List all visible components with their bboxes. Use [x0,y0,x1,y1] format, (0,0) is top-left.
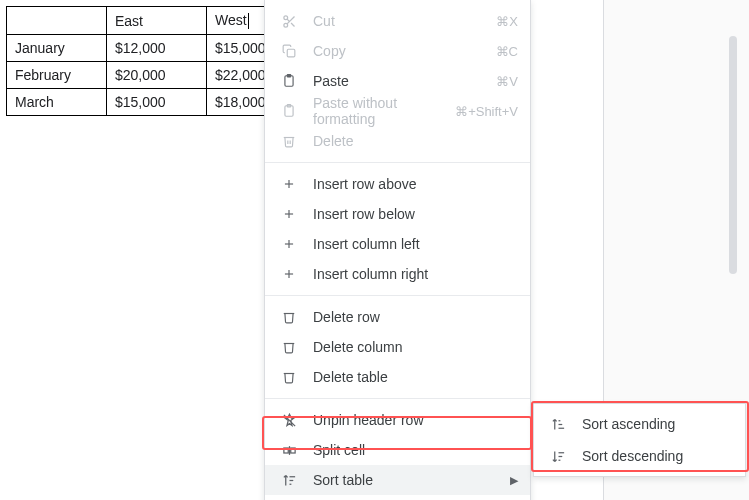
svg-line-18 [283,414,294,425]
menu-split-cell[interactable]: Split cell [265,435,530,465]
table-row: March $15,000 $18,000 [7,89,307,116]
trash-icon [279,370,299,384]
trash-icon [279,134,299,148]
menu-label: Insert row above [313,176,518,192]
menu-delete[interactable]: Delete [265,126,530,156]
trash-icon [279,310,299,324]
menu-label: Delete row [313,309,518,325]
menu-label: Cut [313,13,496,29]
shortcut: ⌘C [496,44,518,59]
menu-separator [265,398,530,399]
menu-insert-column-right[interactable]: Insert column right [265,259,530,289]
sort-descending-icon [548,449,568,464]
svg-point-0 [283,15,287,19]
menu-label: Insert column right [313,266,518,282]
menu-label: Unpin header row [313,412,518,428]
sort-submenu: Sort ascending Sort descending [533,403,746,477]
sort-icon [279,473,299,488]
menu-insert-row-above[interactable]: Insert row above [265,169,530,199]
svg-rect-5 [287,49,295,57]
shortcut: ⌘+Shift+V [455,104,518,119]
menu-insert-column-left[interactable]: Insert column left [265,229,530,259]
shortcut: ⌘X [496,14,518,29]
row-label[interactable]: January [7,35,107,62]
context-menu: Cut ⌘X Copy ⌘C Paste ⌘V Paste without fo… [264,0,531,500]
menu-paste[interactable]: Paste ⌘V [265,66,530,96]
submenu-arrow-icon: ▶ [510,474,518,487]
menu-label: Paste without formatting [313,95,455,127]
svg-rect-7 [287,75,291,77]
menu-separator [265,295,530,296]
text-cursor [248,13,249,29]
cell[interactable]: $12,000 [107,35,207,62]
menu-sort-table[interactable]: Sort table ▶ [265,465,530,495]
menu-delete-row[interactable]: Delete row [265,302,530,332]
scissors-icon [279,14,299,29]
cell[interactable]: $15,000 [107,89,207,116]
table-row: January $12,000 $15,000 [7,35,307,62]
unpin-icon [279,413,299,428]
table-header-blank[interactable] [7,7,107,35]
menu-label: Delete table [313,369,518,385]
menu-unpin-header-row[interactable]: Unpin header row [265,405,530,435]
table-header-east[interactable]: East [107,7,207,35]
menu-label: Sort ascending [582,416,733,432]
copy-icon [279,44,299,58]
clipboard-icon [279,74,299,88]
menu-label: Paste [313,73,496,89]
submenu-sort-ascending[interactable]: Sort ascending [534,408,745,440]
plus-icon [279,267,299,281]
data-table[interactable]: East West January $12,000 $15,000 Februa… [6,6,307,116]
menu-label: Delete column [313,339,518,355]
clipboard-plain-icon [279,104,299,118]
menu-separator [265,162,530,163]
menu-paste-without-formatting[interactable]: Paste without formatting ⌘+Shift+V [265,96,530,126]
menu-delete-table[interactable]: Delete table [265,362,530,392]
cell[interactable]: $20,000 [107,62,207,89]
menu-label: Insert row below [313,206,518,222]
split-cell-icon [279,443,299,458]
svg-line-3 [291,23,294,26]
menu-cut[interactable]: Cut ⌘X [265,6,530,36]
row-label[interactable]: March [7,89,107,116]
svg-rect-19 [283,448,287,453]
plus-icon [279,237,299,251]
menu-label: Sort descending [582,448,733,464]
plus-icon [279,177,299,191]
menu-label: Copy [313,43,496,59]
table-header-row: East West [7,7,307,35]
menu-label: Sort table [313,472,502,488]
plus-icon [279,207,299,221]
menu-insert-row-below[interactable]: Insert row below [265,199,530,229]
shortcut: ⌘V [496,74,518,89]
menu-label: Delete [313,133,518,149]
submenu-sort-descending[interactable]: Sort descending [534,440,745,472]
svg-line-4 [287,19,289,21]
trash-icon [279,340,299,354]
row-label[interactable]: February [7,62,107,89]
scrollbar-thumb[interactable] [729,36,737,274]
sort-ascending-icon [548,417,568,432]
menu-delete-column[interactable]: Delete column [265,332,530,362]
menu-label: Insert column left [313,236,518,252]
table-row: February $20,000 $22,000 [7,62,307,89]
menu-label: Split cell [313,442,518,458]
menu-distribute-rows[interactable]: Distribute rows [265,495,530,500]
svg-point-1 [283,23,287,27]
menu-copy[interactable]: Copy ⌘C [265,36,530,66]
svg-rect-20 [290,448,294,453]
